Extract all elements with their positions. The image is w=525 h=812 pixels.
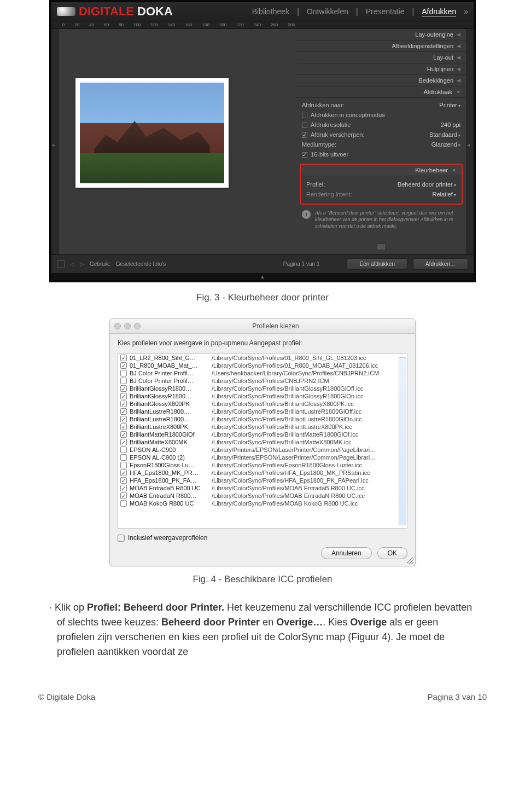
window-controls[interactable] <box>114 323 141 329</box>
panel-hulplijnen[interactable]: Hulplijnen◀ <box>296 63 466 75</box>
panel-afbeeldingsinstellingen[interactable]: Afbeeldingsinstellingen◀ <box>296 40 466 52</box>
tab-presentatie[interactable]: Presentatie <box>366 7 405 16</box>
profile-row[interactable]: ✓01_LR2_R800_Sihl_G…/Library/ColorSync/P… <box>118 354 407 362</box>
ruler-tick: 120 <box>150 22 158 27</box>
profile-row[interactable]: ✓BrilliantLustreR1800…/Library/ColorSync… <box>118 415 407 423</box>
profile-row[interactable]: ✓BrilliantMatteR1800GlOf/Library/ColorSy… <box>118 431 407 438</box>
zoom-icon[interactable] <box>134 323 141 329</box>
profile-row[interactable]: ✓HFA_Eps1800_MK_PR…/Library/ColorSync/Pr… <box>118 469 407 477</box>
tab-ontwikkelen[interactable]: Ontwikkelen <box>307 7 348 16</box>
print-button[interactable]: Afdrukken… <box>413 258 468 270</box>
profile-row[interactable]: MOAB KokoG R800 UC/Library/ColorSync/Pro… <box>118 500 407 507</box>
profile-path: /Users/henkbacker/Library/ColorSync/Prof… <box>212 370 405 376</box>
profile-checkbox[interactable]: ✓ <box>120 408 127 415</box>
profile-row[interactable]: ✓BrilliantLustreR1800…/Library/ColorSync… <box>118 408 407 415</box>
profile-checkbox[interactable]: ✓ <box>120 439 127 445</box>
page-thumb[interactable] <box>377 243 386 250</box>
ok-button[interactable]: OK <box>377 547 407 559</box>
page-footer: © Digitale Doka Pagina 3 van 10 <box>38 692 487 701</box>
scrollbar[interactable] <box>399 357 406 525</box>
profile-checkbox[interactable]: ✓ <box>120 385 127 392</box>
intent-label: Rendering intent: <box>306 191 352 198</box>
panel-afdruktaak[interactable]: Afdruktaak▼ <box>296 86 466 98</box>
tab-bibliotheek[interactable]: Bibliotheek <box>252 7 290 16</box>
profile-row[interactable]: ✓BrilliantGlossyR1800…/Library/ColorSync… <box>118 385 407 392</box>
profiel-dropdown[interactable]: Beheerd door printer <box>398 181 456 188</box>
profile-row[interactable]: EPSON AL-C900/Library/Printers/EPSON/Las… <box>118 446 407 454</box>
profile-list[interactable]: ✓01_LR2_R800_Sihl_G…/Library/ColorSync/P… <box>118 353 407 529</box>
checkbox-inclusief[interactable] <box>118 535 125 542</box>
afdrukken-naar-dropdown[interactable]: Printer <box>439 102 460 108</box>
profile-row[interactable]: ✓MOAB EntradaB R800 UC/Library/ColorSync… <box>118 484 407 492</box>
panel-bedekkingen[interactable]: Bedekkingen◀ <box>296 75 466 86</box>
resize-grip-icon[interactable] <box>407 558 413 564</box>
ruler-tick: 0 <box>62 22 65 27</box>
profile-checkbox[interactable] <box>120 462 127 468</box>
chevron-right-icon[interactable]: » <box>464 7 468 16</box>
profile-checkbox[interactable] <box>120 370 127 376</box>
profile-path: /Library/ColorSync/Profiles/BrilliantMat… <box>212 439 405 445</box>
filmstrip-collapse-icon[interactable]: ▲ <box>51 273 474 280</box>
panel-layoutengine[interactable]: Lay-outengine◀ <box>296 29 466 40</box>
panel-layout[interactable]: Lay-out◀ <box>296 52 466 63</box>
profile-checkbox[interactable]: ✓ <box>120 492 127 499</box>
profile-checkbox[interactable]: ✓ <box>120 477 127 484</box>
profile-checkbox[interactable]: ✓ <box>120 424 127 430</box>
profile-checkbox[interactable]: ✓ <box>120 362 127 369</box>
checkbox-conceptmodus[interactable] <box>302 113 307 118</box>
profile-row[interactable]: ✓MOAB EntradaN R800…/Library/ColorSync/P… <box>118 492 407 500</box>
medium-label: Mediumtype: <box>302 141 336 148</box>
profile-checkbox[interactable]: ✓ <box>120 485 127 491</box>
left-rail-collapse[interactable] <box>51 29 59 254</box>
profile-row[interactable]: BJ Color Printer Profil…/Library/ColorSy… <box>118 377 407 385</box>
pipe: | <box>356 7 358 16</box>
close-icon[interactable] <box>114 323 121 329</box>
profile-row[interactable]: BJ Color Printer Profil…/Users/henkbacke… <box>118 369 407 377</box>
profile-row[interactable]: EPSON AL-C900 (2)/Library/Printers/EPSON… <box>118 454 407 461</box>
profile-checkbox[interactable] <box>120 446 127 453</box>
select-cell-icon[interactable] <box>57 260 65 268</box>
profile-row[interactable]: ✓01_R800_MOAB_Mat_…/Library/ColorSync/Pr… <box>118 362 407 369</box>
profile-path: /Library/ColorSync/Profiles/01_R800_Sihl… <box>212 355 405 361</box>
profile-name: MOAB EntradaB R800 UC <box>130 485 212 491</box>
inclusief-label: Inclusief weergaveprofielen <box>128 534 207 542</box>
profile-checkbox[interactable] <box>120 500 127 507</box>
medium-dropdown[interactable]: Glanzend <box>431 141 460 148</box>
checkbox-verscherpen[interactable] <box>302 132 307 138</box>
checkbox-resolutie[interactable] <box>302 123 307 128</box>
gebruik-dropdown[interactable]: Geselecteerde foto's <box>116 261 166 267</box>
profile-checkbox[interactable]: ✓ <box>120 431 127 438</box>
tab-afdrukken[interactable]: Afdrukken <box>422 7 456 16</box>
checkbox-16bits[interactable] <box>302 152 307 158</box>
pipe: | <box>412 7 415 16</box>
profile-row[interactable]: ✓BrilliantGlossyR1800…/Library/ColorSync… <box>118 392 407 400</box>
panel-kleurbeheer[interactable]: Kleurbeheer▼ <box>301 165 462 176</box>
profile-path: /Library/ColorSync/Profiles/MOAB KokoG R… <box>212 500 405 507</box>
right-panel: Lay-outengine◀ Afbeeldingsinstellingen◀ … <box>296 29 466 254</box>
prev-page-icon[interactable]: ◁ <box>70 261 74 267</box>
profile-path: /Library/Printers/EPSON/LaserPrinter/Com… <box>212 454 405 461</box>
profile-checkbox[interactable]: ✓ <box>120 355 127 361</box>
profile-checkbox[interactable]: ✓ <box>120 469 127 476</box>
profile-row[interactable]: EpsonR1800Gloss-Lu…/Library/ColorSync/Pr… <box>118 461 407 469</box>
right-rail-collapse[interactable] <box>466 29 474 254</box>
profile-row[interactable]: ✓BrilliantGlossyX800PK/Library/ColorSync… <box>118 400 407 408</box>
print-one-button[interactable]: Eén afdrukken <box>347 258 407 270</box>
cancel-button[interactable]: Annuleren <box>321 547 372 559</box>
profile-checkbox[interactable] <box>120 454 127 461</box>
profile-checkbox[interactable]: ✓ <box>120 416 127 422</box>
profile-row[interactable]: ✓HFA_Eps1800_PK_FA…/Library/ColorSync/Pr… <box>118 477 407 484</box>
profile-row[interactable]: ✓BrilliantLustreX800PK/Library/ColorSync… <box>118 423 407 431</box>
profile-checkbox[interactable]: ✓ <box>120 393 127 399</box>
profile-checkbox[interactable] <box>120 378 127 384</box>
resolutie-value[interactable]: 240 ppi <box>441 121 460 128</box>
profile-checkbox[interactable]: ✓ <box>120 401 127 407</box>
conceptmodus-label: Afdrukken in conceptmodus <box>311 112 385 118</box>
minimize-icon[interactable] <box>124 323 131 329</box>
next-page-icon[interactable]: ▷ <box>80 261 84 267</box>
intent-dropdown[interactable]: Relatief <box>432 191 456 198</box>
verscherpen-dropdown[interactable]: Standaard <box>429 131 460 138</box>
profile-path: /Library/ColorSync/Profiles/BrilliantLus… <box>212 416 405 422</box>
profile-row[interactable]: ✓BrilliantMatteX800MK/Library/ColorSync/… <box>118 438 407 446</box>
print-preview[interactable] <box>75 78 229 188</box>
